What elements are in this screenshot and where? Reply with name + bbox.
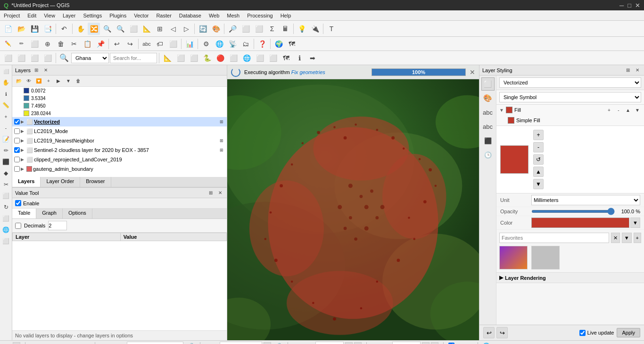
magnifier-up[interactable]: ▲ bbox=[345, 342, 353, 344]
sym-row-simple-fill[interactable]: Simple Fill bbox=[496, 115, 644, 126]
sym-ctrl-down[interactable]: - bbox=[533, 142, 544, 152]
gps-button[interactable]: 📡 bbox=[226, 38, 239, 50]
undo-button[interactable]: ↩ bbox=[111, 38, 123, 50]
layers-expand-btn[interactable]: ▶ bbox=[54, 76, 63, 86]
opacity-slider[interactable] bbox=[531, 210, 615, 213]
search-input[interactable] bbox=[110, 53, 157, 63]
layer-lc2019nn[interactable]: ▶ ⬜ LC2019_NearestNeighbor ⊞ bbox=[12, 136, 227, 145]
menu-settings[interactable]: Settings bbox=[79, 12, 106, 19]
layers-float-button[interactable]: ⊞ bbox=[33, 67, 40, 74]
rp-diagrams-btn[interactable]: abc bbox=[481, 120, 495, 133]
cut-features-button[interactable]: ✂ bbox=[68, 38, 80, 50]
pan-map-button[interactable]: 🔀 bbox=[88, 23, 100, 35]
tab-layer-order[interactable]: Layer Order bbox=[41, 177, 80, 187]
box-tool[interactable]: ⬜ bbox=[1, 236, 11, 246]
menu-vector[interactable]: Vector bbox=[130, 12, 152, 19]
sym-fill-down-btn[interactable]: ▼ bbox=[634, 106, 641, 114]
plugin-btn-b[interactable]: ⬜ bbox=[227, 52, 239, 64]
processing-toolbox-button[interactable]: ⚙ bbox=[200, 38, 212, 50]
favorites-add-btn[interactable]: + bbox=[634, 233, 641, 243]
rotation-input[interactable] bbox=[392, 342, 421, 344]
map-area[interactable]: Executing algorithm Fix geometries 100% … bbox=[227, 65, 479, 340]
layer-gauteng-checkbox[interactable] bbox=[14, 166, 20, 172]
pan-tool-left[interactable]: ✋ bbox=[1, 77, 11, 88]
menu-plugins[interactable]: Plugins bbox=[106, 12, 130, 19]
digitize-snap-btn[interactable]: 📐 bbox=[161, 52, 173, 64]
save-as-button[interactable]: 📑 bbox=[41, 23, 54, 35]
rp-3d-btn[interactable]: ⬛ bbox=[481, 134, 495, 147]
sym-row-fill[interactable]: ▼ Fill + - ▲ ▼ bbox=[496, 105, 644, 115]
annotation-tool[interactable]: 📝 bbox=[1, 134, 11, 144]
zoom-in-button[interactable]: 🔍 bbox=[101, 23, 113, 35]
favorites-clear-btn[interactable]: ✕ bbox=[611, 233, 620, 243]
favorites-dropdown-btn[interactable]: ▼ bbox=[622, 233, 632, 243]
new-project-button[interactable]: 📄 bbox=[2, 23, 14, 35]
canvas-color-button[interactable]: 🎨 bbox=[210, 23, 222, 35]
change-attr-button[interactable]: 🏷 bbox=[154, 38, 166, 50]
magnifier-down[interactable]: ▼ bbox=[354, 342, 362, 344]
digitize-vertex-btn[interactable]: ⬜ bbox=[174, 52, 187, 64]
merge-button[interactable]: ⬜ bbox=[167, 38, 179, 50]
node-tool-button[interactable]: ⊕ bbox=[41, 38, 54, 50]
menu-web[interactable]: Web bbox=[205, 12, 223, 19]
copy-features-button[interactable]: 📋 bbox=[81, 38, 93, 50]
fav-gray-item[interactable] bbox=[531, 246, 560, 269]
edit-mode-button[interactable]: ✏️ bbox=[2, 38, 14, 50]
fav-gradient-item[interactable] bbox=[499, 246, 528, 269]
zoom-rubber-band[interactable]: ⬜ bbox=[127, 23, 140, 35]
vt-tab-table[interactable]: Table bbox=[12, 209, 36, 218]
info-btn[interactable]: ℹ bbox=[293, 52, 305, 64]
digitize-btn-b[interactable]: ⬜ bbox=[15, 52, 27, 64]
select-button[interactable]: ⬜ bbox=[239, 23, 252, 35]
close-progress-button[interactable]: ✕ bbox=[470, 68, 475, 76]
plugin-btn-e[interactable]: ⬜ bbox=[267, 52, 279, 64]
layer-lc2019mode-expand[interactable]: ▶ bbox=[21, 129, 25, 134]
renderer-dropdown[interactable]: Single Symbol bbox=[499, 92, 641, 102]
proj-button[interactable]: 🌍 bbox=[272, 38, 285, 50]
arrow-btn[interactable]: ➡ bbox=[306, 52, 319, 64]
measure-tool[interactable]: 📏 bbox=[1, 100, 11, 110]
favorites-search-input[interactable] bbox=[499, 233, 609, 243]
layer-vectorized[interactable]: ▶ ⬜ Vectorized ⊞ bbox=[12, 117, 227, 126]
digitize-seg-btn[interactable]: ⬜ bbox=[188, 52, 200, 64]
sym-expand-fill[interactable]: ▼ bbox=[499, 108, 504, 113]
maximize-button[interactable]: □ bbox=[627, 2, 631, 9]
rp-float-button[interactable]: ⊞ bbox=[624, 67, 632, 74]
vt-float-button[interactable]: ⊞ bbox=[207, 189, 215, 197]
select-feature-tool[interactable]: ⬜ bbox=[1, 66, 11, 76]
layer-lc2019nn-style-btn[interactable]: ⊞ bbox=[218, 137, 225, 144]
zoom-to-layer[interactable]: 📐 bbox=[140, 23, 153, 35]
plugin-btn-d[interactable]: ⬜ bbox=[254, 52, 266, 64]
layer-sentinel2[interactable]: ▶ ⬜ Sentinel-2 cloudless layer for 2020 … bbox=[12, 145, 227, 155]
sym-fill-minus-btn[interactable]: - bbox=[615, 106, 622, 114]
menu-mesh[interactable]: Mesh bbox=[223, 12, 243, 19]
paste-features-button[interactable]: 📌 bbox=[94, 38, 107, 50]
coordinate-input[interactable] bbox=[127, 342, 183, 344]
rp-undo-button[interactable]: ↩ bbox=[483, 327, 495, 338]
layers-open-btn[interactable]: 📂 bbox=[14, 76, 24, 86]
titlebar-controls[interactable]: ─ □ ✕ bbox=[619, 2, 640, 9]
layer-sentinel2-style-btn[interactable]: ⊞ bbox=[218, 147, 225, 153]
layer-sentinel2-expand[interactable]: ▶ bbox=[21, 148, 25, 152]
calc-button[interactable]: 🖩 bbox=[279, 23, 291, 35]
sym-ctrl-reset[interactable]: ↺ bbox=[533, 154, 544, 165]
sym-ctrl-up[interactable]: + bbox=[533, 130, 544, 140]
label-button[interactable]: abc bbox=[140, 38, 153, 50]
scale-input[interactable] bbox=[220, 342, 262, 344]
text-button[interactable]: T bbox=[325, 23, 338, 35]
layer-lc2019mode[interactable]: ▶ ⬜ LC2019_Mode bbox=[12, 126, 227, 136]
zoom-last[interactable]: ◁ bbox=[167, 23, 179, 35]
layer-clipped-checkbox[interactable] bbox=[14, 157, 20, 162]
help-button[interactable]: ❓ bbox=[256, 38, 268, 50]
locate-bar-icon[interactable]: 🔍 bbox=[58, 52, 70, 64]
split-tool[interactable]: ✂ bbox=[1, 179, 11, 190]
zoom-full-extent[interactable]: ⊞ bbox=[154, 23, 166, 35]
digitize-tool[interactable]: ✏ bbox=[1, 145, 11, 156]
layer-clipped-expand[interactable]: ▶ bbox=[21, 157, 25, 162]
identify-tool[interactable]: ℹ bbox=[1, 89, 11, 99]
apply-button[interactable]: Apply bbox=[617, 328, 640, 337]
browser2-button[interactable]: 🗂 bbox=[239, 38, 252, 50]
menu-edit[interactable]: Edit bbox=[24, 12, 40, 19]
menu-view[interactable]: View bbox=[40, 12, 59, 19]
digitize-btn-c[interactable]: ⬜ bbox=[28, 52, 41, 64]
